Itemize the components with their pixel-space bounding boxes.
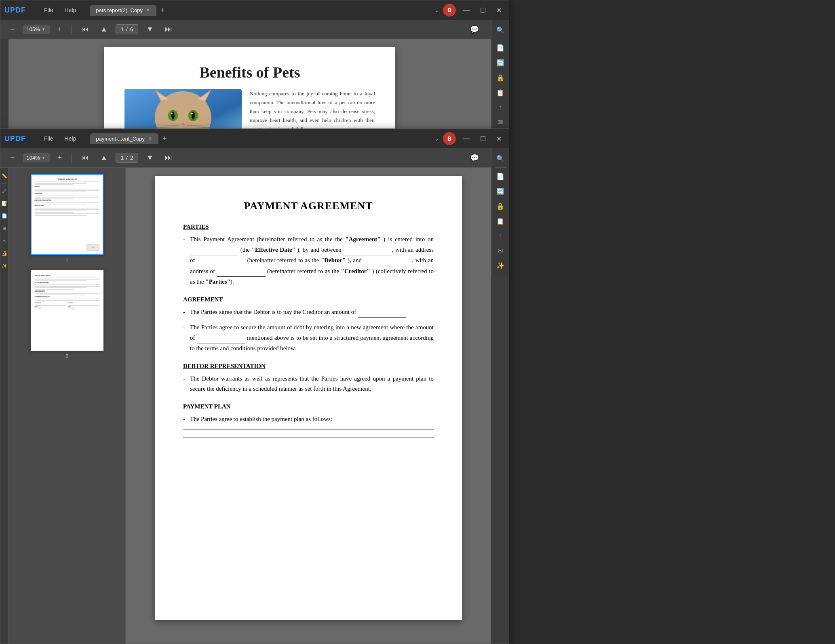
first-page-btn-top[interactable]: ⏮	[78, 23, 92, 35]
agreement-heading: AGREEMENT	[183, 296, 434, 303]
maximize-btn-bottom[interactable]: ☐	[477, 133, 489, 144]
user-avatar-top[interactable]: B	[443, 4, 456, 17]
last-page-btn-top[interactable]: ⏭	[162, 23, 175, 35]
page-total-top: 6	[130, 26, 133, 32]
tab-close-pets[interactable]: ✕	[145, 7, 151, 13]
page-display-top[interactable]: 1 / 6	[116, 24, 138, 34]
thumb-frame-2: DISPUTE RESOLUTION ENTIRE AGREEMENT AMEN…	[31, 270, 103, 351]
thumbnail-page-2[interactable]: DISPUTE RESOLUTION ENTIRE AGREEMENT AMEN…	[31, 270, 103, 359]
sidebar-icon-grid[interactable]: ⊞	[1, 223, 8, 234]
share-icon-top[interactable]: ↑	[496, 101, 504, 114]
menu-help-bottom[interactable]: Help	[61, 134, 80, 143]
comment-btn-bottom[interactable]: 💬	[467, 152, 482, 164]
top-titlebar: UPDF File Help pets report(2)_Copy ✕ + ⌄…	[0, 0, 509, 20]
user-avatar-bottom[interactable]: B	[443, 132, 456, 145]
sidebar-icon-form[interactable]: 📝	[0, 198, 9, 208]
organize-icon-top[interactable]: 📋	[494, 86, 507, 99]
minimize-btn-top[interactable]: —	[460, 5, 473, 15]
sidebar-icon-edit[interactable]: ✏️	[0, 171, 9, 181]
agreement-text1: The Parties agree that the Debtor is to …	[190, 307, 406, 318]
page-current-top: 1	[121, 26, 124, 32]
next-page-btn-bottom[interactable]: ▼	[143, 152, 157, 164]
payment-pdf-page: PAYMENT AGREEMENT PARTIES - This Payment…	[155, 176, 462, 620]
page-sep-top: /	[126, 26, 128, 32]
convert-icon-top[interactable]: 🔄	[494, 57, 507, 69]
effective-date-blank	[190, 245, 238, 256]
debtor-bullet: -	[183, 374, 185, 394]
svg-point-8	[171, 112, 175, 120]
address2-blank	[217, 266, 266, 277]
tab-pets-report[interactable]: pets report(2)_Copy ✕	[90, 5, 156, 16]
thumbnail-page-1[interactable]: PAYMENT AGREEMENT PARTIES AGREEMENT DEBT…	[31, 174, 103, 263]
zoom-in-btn-bottom[interactable]: +	[55, 152, 65, 164]
next-page-btn-top[interactable]: ▼	[143, 23, 157, 35]
close-btn-bottom[interactable]: ✕	[493, 133, 505, 144]
tab-bar-top: pets report(2)_Copy ✕ +	[90, 5, 431, 16]
sidebar-icon-sign[interactable]: 🔏	[0, 248, 9, 259]
tab-label-payment: payment-...ent_Copy	[96, 136, 145, 142]
search-icon-bottom-right[interactable]: 🔍	[494, 152, 507, 165]
sidebar-icon-pages[interactable]: 📄	[0, 211, 9, 221]
sidebar-icon-pen[interactable]: 🖊	[0, 186, 8, 196]
ocr-icon-bottom[interactable]: 📄	[494, 170, 507, 183]
svg-point-10	[171, 113, 173, 114]
zoom-out-btn-bottom[interactable]: −	[7, 152, 18, 164]
effective-date-term: "Effective Date"	[252, 246, 295, 253]
zoom-dropdown-icon-top[interactable]: ▼	[42, 27, 46, 32]
thumb-frame-1: PAYMENT AGREEMENT PARTIES AGREEMENT DEBT…	[31, 174, 103, 255]
tab-close-payment[interactable]: ✕	[147, 136, 153, 141]
ocr-icon-top[interactable]: 📄	[494, 42, 507, 54]
prev-page-btn-bottom[interactable]: ▲	[97, 152, 111, 164]
tab-bar-bottom: payment-...ent_Copy ✕ +	[90, 133, 431, 144]
page-total-bottom: 2	[130, 155, 133, 161]
pets-title: Benefits of Pets	[124, 63, 375, 81]
payment-bullet: -	[183, 414, 185, 425]
svg-point-9	[192, 112, 195, 120]
sidebar-icon-ai[interactable]: ✨	[0, 261, 9, 271]
agreement-bullet1: - The Parties agree that the Debtor is t…	[183, 307, 434, 318]
comment-btn-top[interactable]: 💬	[467, 23, 482, 36]
payment-line-3	[183, 435, 434, 435]
top-toolbar: − 105% ▼ + ⏮ ▲ 1 / 6 ▼ ⏭ 💬 🔍	[0, 20, 509, 39]
last-page-btn-bottom[interactable]: ⏭	[162, 152, 175, 164]
minimize-btn-bottom[interactable]: —	[460, 133, 473, 144]
tabs-dropdown-top[interactable]: ⌄	[434, 7, 439, 13]
ai-icon-bottom[interactable]: ✨	[494, 259, 507, 272]
prev-page-btn-top[interactable]: ▲	[97, 23, 111, 35]
page-display-bottom[interactable]: 1 / 2	[116, 153, 138, 163]
zoom-out-btn-top[interactable]: −	[7, 23, 18, 35]
menu-file-top[interactable]: File	[40, 5, 57, 15]
zoom-dropdown-icon-bottom[interactable]: ▼	[42, 156, 46, 160]
bottom-toolbar: − 104% ▼ + ⏮ ▲ 1 / 2 ▼ ⏭ 💬 🔍	[0, 148, 509, 168]
mail-icon-bottom[interactable]: ✉	[495, 244, 505, 257]
mail-icon-top[interactable]: ✉	[495, 116, 505, 128]
zoom-in-btn-top[interactable]: +	[55, 23, 65, 35]
tabs-dropdown-bottom[interactable]: ⌄	[434, 136, 439, 142]
protect-icon-bottom[interactable]: 🔒	[494, 200, 507, 213]
tab-payment[interactable]: payment-...ent_Copy ✕	[90, 133, 158, 144]
close-btn-top[interactable]: ✕	[493, 5, 505, 16]
thumb-page-num-1: 1	[65, 257, 68, 263]
parties-paragraph: - This Payment Agreement (hereinafter re…	[183, 234, 434, 287]
sep2-bottom	[182, 153, 182, 163]
payment-line-1	[183, 429, 434, 429]
debtor-rep-heading: DEBTOR REPRESENTATION	[183, 363, 434, 370]
menu-help-top[interactable]: Help	[61, 5, 80, 15]
search-icon-top-right[interactable]: 🔍	[494, 24, 507, 36]
maximize-btn-top[interactable]: ☐	[477, 5, 489, 16]
tab-add-bottom[interactable]: +	[159, 135, 170, 143]
bottom-left-sidebar-icons: ✏️ 🖊 📝 📄 ⊞ ✂ 🔏 ✨	[0, 168, 8, 644]
first-page-btn-bottom[interactable]: ⏮	[78, 152, 92, 164]
sidebar-icon-crop[interactable]: ✂	[1, 236, 8, 246]
top-window: UPDF File Help pets report(2)_Copy ✕ + ⌄…	[0, 0, 509, 129]
convert-icon-bottom[interactable]: 🔄	[494, 185, 507, 198]
sep1-bottom	[72, 153, 72, 163]
menu-file-bottom[interactable]: File	[40, 134, 57, 143]
share-icon-bottom[interactable]: ↑	[496, 230, 504, 242]
tab-add-top[interactable]: +	[157, 6, 168, 15]
sep2-top	[182, 25, 182, 34]
protect-icon-top[interactable]: 🔒	[494, 72, 507, 84]
organize-icon-bottom[interactable]: 📋	[494, 215, 507, 227]
parties-term: "Parties"	[205, 278, 230, 285]
svg-point-11	[191, 113, 193, 114]
